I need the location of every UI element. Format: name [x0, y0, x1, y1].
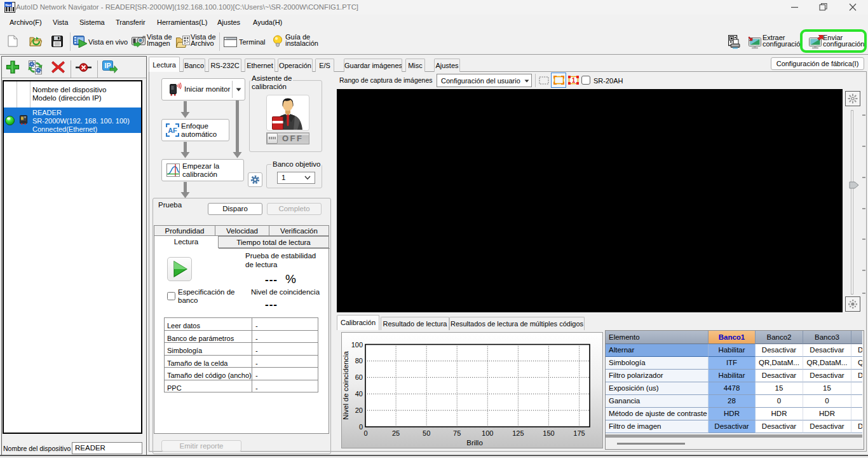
- svg-text:Brillo: Brillo: [466, 439, 483, 447]
- svg-text:75: 75: [453, 429, 461, 437]
- svg-text:100: 100: [482, 429, 493, 437]
- svg-text:125: 125: [512, 429, 524, 437]
- svg-text:0: 0: [363, 429, 367, 437]
- svg-text:0: 0: [359, 423, 363, 431]
- svg-text:Net: Net: [5, 3, 11, 7]
- svg-text:20: 20: [355, 406, 363, 414]
- svg-text:40: 40: [355, 390, 363, 398]
- svg-text:150: 150: [543, 429, 554, 437]
- svg-text:100: 100: [351, 341, 363, 349]
- svg-text:25: 25: [392, 429, 400, 437]
- svg-text:80: 80: [355, 357, 363, 364]
- svg-text:50: 50: [423, 429, 430, 437]
- svg-text:1: 1: [572, 77, 576, 84]
- svg-text:Nivel de coincidencia: Nivel de coincidencia: [342, 350, 349, 420]
- svg-text:60: 60: [355, 373, 363, 381]
- svg-text:AF: AF: [168, 127, 177, 134]
- svg-text:175: 175: [573, 429, 585, 437]
